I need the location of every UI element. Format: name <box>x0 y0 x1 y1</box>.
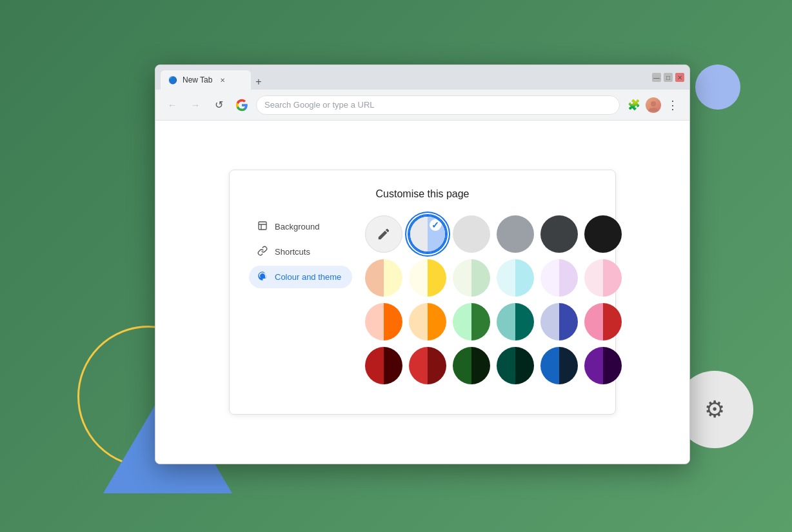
color-swatch-blue-indigo[interactable] <box>540 303 578 340</box>
color-swatch-white-blue[interactable]: ✓ <box>409 215 446 253</box>
color-swatch-teal-dark[interactable] <box>497 303 534 340</box>
sidebar-label-shortcuts: Shortcuts <box>275 247 310 257</box>
tab-close-button[interactable]: ✕ <box>217 75 228 85</box>
back-button[interactable]: ← <box>163 96 181 114</box>
color-swatch-teal-deep[interactable] <box>497 347 534 384</box>
panel-sidebar: Background Shortcuts <box>249 215 352 391</box>
color-swatch-white-yellow[interactable] <box>409 259 446 297</box>
svg-point-0 <box>651 101 656 106</box>
new-tab-button[interactable]: + <box>251 74 266 90</box>
title-bar: 🔵 New Tab ✕ + — □ ✕ <box>155 65 689 90</box>
refresh-button[interactable]: ↺ <box>210 96 228 114</box>
shortcuts-icon <box>257 246 268 258</box>
color-swatch-forest-dark[interactable] <box>453 347 490 384</box>
minimize-button[interactable]: — <box>652 73 661 82</box>
color-swatch-peach-orange[interactable] <box>365 303 402 340</box>
color-swatch-sage-green[interactable] <box>453 303 490 340</box>
color-swatch-crimson-maroon[interactable] <box>365 347 402 384</box>
sidebar-item-colour[interactable]: Colour and theme <box>249 266 352 288</box>
colour-icon <box>257 271 268 283</box>
color-row-3 <box>365 303 622 340</box>
tab-title: New Tab <box>183 75 212 84</box>
color-grid: ✓ <box>352 215 622 391</box>
address-bar-text: Search Google or type a URL <box>264 100 375 110</box>
extensions-button[interactable]: 🧩 <box>625 96 643 114</box>
color-swatch-purple-dark[interactable] <box>584 347 622 384</box>
color-row-4 <box>365 347 622 384</box>
forward-button[interactable]: → <box>186 96 204 114</box>
color-swatch-dark-grey[interactable] <box>540 215 578 253</box>
custom-color-swatch[interactable] <box>365 215 402 253</box>
color-swatch-salmon-yellow[interactable] <box>365 259 402 297</box>
color-swatch-peach-amber[interactable] <box>409 303 446 340</box>
sidebar-label-colour: Colour and theme <box>275 272 341 282</box>
color-swatch-navy-dark[interactable] <box>540 347 578 384</box>
browser-content: Customise this page Background <box>155 121 689 464</box>
deco-blue-circle <box>695 64 740 110</box>
nav-right-controls: 🧩 ⋮ <box>625 96 682 114</box>
navigation-bar: ← → ↺ Search Google or type a URL 🧩 ⋮ <box>155 90 689 121</box>
color-swatch-white-pink[interactable] <box>584 259 622 297</box>
color-swatch-medium-grey[interactable] <box>497 215 534 253</box>
gear-icon: ⚙ <box>704 396 725 423</box>
panel-title: Customise this page <box>249 188 596 200</box>
tab-bar: 🔵 New Tab ✕ + <box>161 65 649 90</box>
color-row-1: ✓ <box>365 215 622 253</box>
close-button[interactable]: ✕ <box>675 73 684 82</box>
chrome-menu-button[interactable]: ⋮ <box>664 96 682 114</box>
maximize-button[interactable]: □ <box>664 73 673 82</box>
color-swatch-light-grey[interactable] <box>453 215 490 253</box>
background-icon <box>257 221 268 233</box>
google-logo-icon <box>235 99 248 112</box>
active-tab[interactable]: 🔵 New Tab ✕ <box>161 70 251 90</box>
address-bar[interactable]: Search Google or type a URL <box>256 95 620 115</box>
sidebar-item-background[interactable]: Background <box>249 215 352 238</box>
user-avatar[interactable] <box>646 97 661 113</box>
window-controls: — □ ✕ <box>652 73 684 82</box>
panel-body: Background Shortcuts <box>249 215 596 391</box>
sidebar-item-shortcuts[interactable]: Shortcuts <box>249 241 352 263</box>
color-swatch-pink-rose[interactable] <box>584 303 622 340</box>
customise-panel: Customise this page Background <box>229 170 616 415</box>
color-swatch-white-green[interactable] <box>453 259 490 297</box>
color-swatch-white-teal[interactable] <box>497 259 534 297</box>
browser-window: 🔵 New Tab ✕ + — □ ✕ ← → ↺ Search Google … <box>155 64 690 464</box>
color-swatch-white-lavender[interactable] <box>540 259 578 297</box>
sidebar-label-background: Background <box>275 222 319 232</box>
color-swatch-black[interactable] <box>584 215 622 253</box>
color-swatch-red-dark[interactable] <box>409 347 446 384</box>
svg-rect-1 <box>259 222 266 230</box>
color-row-2 <box>365 259 622 297</box>
